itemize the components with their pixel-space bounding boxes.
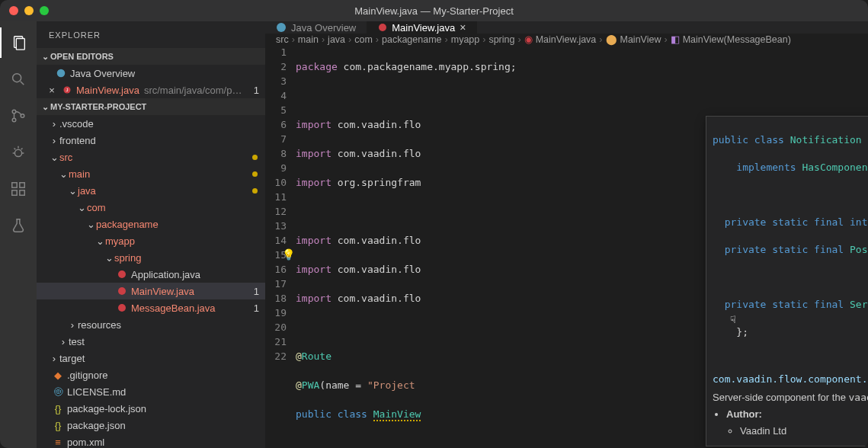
chevron-right-icon: › bbox=[49, 118, 59, 130]
svg-rect-15 bbox=[20, 190, 24, 195]
chevron-right-icon: › bbox=[49, 135, 59, 146]
line-gutter: 12345678910111213141516171819202122 bbox=[265, 45, 296, 448]
titlebar: MainView.java — My-Starter-Project bbox=[0, 0, 868, 21]
open-editors-header[interactable]: ⌄ OPEN EDITORS bbox=[37, 48, 265, 65]
open-editors-list: Java Overview × J MainView.java src/main… bbox=[37, 65, 265, 98]
chevron-down-icon: ⌄ bbox=[49, 152, 59, 163]
git-file-icon: ◆ bbox=[52, 370, 64, 381]
open-editor-label: Java Overview bbox=[70, 68, 135, 79]
svg-point-7 bbox=[14, 149, 21, 156]
svg-point-22 bbox=[118, 304, 126, 312]
tree-folder[interactable]: ›target bbox=[37, 350, 265, 366]
chevron-down-icon: ⌄ bbox=[104, 252, 114, 264]
tree-file[interactable]: ◆.gitignore bbox=[37, 366, 265, 383]
json-file-icon: {} bbox=[52, 420, 64, 431]
maximize-window-icon[interactable] bbox=[40, 6, 49, 15]
problems-badge: 1 bbox=[254, 302, 259, 314]
open-editor-item[interactable]: × J MainView.java src/main/java/com/p… 1 bbox=[37, 82, 265, 98]
open-editors-label: OPEN EDITORS bbox=[50, 52, 114, 61]
explorer-activity-icon[interactable] bbox=[0, 27, 37, 58]
tree-folder[interactable]: ⌄myapp bbox=[37, 232, 265, 249]
markdown-file-icon: 🞋 bbox=[52, 386, 64, 398]
svg-point-20 bbox=[118, 270, 126, 278]
hover-fqn: com.vaadin.flow.component.notification.N… bbox=[713, 373, 868, 386]
tree-folder[interactable]: ›test bbox=[37, 333, 265, 350]
modified-dot-icon bbox=[252, 188, 258, 194]
project-header[interactable]: ⌄ MY-STARTER-PROJECT bbox=[37, 98, 265, 115]
tab-label: Java Overview bbox=[291, 22, 356, 34]
tree-file-mainview[interactable]: MainView.java1 bbox=[37, 283, 265, 299]
scm-activity-icon[interactable] bbox=[0, 101, 37, 131]
close-window-icon[interactable] bbox=[9, 6, 18, 15]
svg-line-12 bbox=[21, 149, 23, 150]
close-icon[interactable]: × bbox=[46, 85, 58, 96]
tree-folder[interactable]: ⌄spring bbox=[37, 249, 265, 266]
close-tab-icon[interactable]: × bbox=[460, 21, 466, 34]
svg-point-21 bbox=[118, 287, 126, 295]
window-controls bbox=[9, 6, 49, 15]
tree-folder[interactable]: ›frontend bbox=[37, 132, 265, 149]
tree-folder[interactable]: ⌄main bbox=[37, 165, 265, 182]
tree-folder[interactable]: ›.vscode bbox=[37, 115, 265, 132]
xml-file-icon: ≡ bbox=[52, 437, 64, 448]
open-editor-label: MainView.java bbox=[76, 85, 139, 96]
test-activity-icon[interactable] bbox=[0, 210, 37, 241]
svg-point-24 bbox=[379, 24, 386, 31]
chevron-down-icon: ⌄ bbox=[58, 168, 69, 180]
chevron-right-icon: › bbox=[49, 353, 59, 364]
tree-folder[interactable]: ›resources bbox=[37, 316, 265, 333]
open-editor-path: src/main/java/com/p… bbox=[144, 85, 242, 96]
java-file-icon bbox=[116, 286, 128, 296]
modified-dot-icon bbox=[252, 171, 258, 177]
tree-file[interactable]: ≡pom.xml bbox=[37, 434, 265, 448]
minimize-window-icon[interactable] bbox=[24, 6, 34, 15]
hover-doc: Server-side component for the vaadin-not… bbox=[713, 391, 868, 438]
search-activity-icon[interactable] bbox=[0, 64, 37, 94]
tree-file[interactable]: MessageBean.java1 bbox=[37, 299, 265, 316]
tree-folder[interactable]: ⌄java bbox=[37, 182, 265, 199]
tree-folder-src[interactable]: ⌄src bbox=[37, 149, 265, 165]
tree-file[interactable]: {}package.json bbox=[37, 417, 265, 434]
svg-rect-13 bbox=[12, 183, 17, 187]
svg-point-23 bbox=[277, 23, 286, 32]
breadcrumb[interactable]: src› main› java› com› packagename› myapp… bbox=[265, 34, 868, 45]
tree-file[interactable]: {}package-lock.json bbox=[37, 400, 265, 417]
extensions-activity-icon[interactable] bbox=[0, 174, 37, 204]
tree-file[interactable]: Application.java bbox=[37, 266, 265, 283]
tree-file[interactable]: 🞋LICENSE.md bbox=[37, 383, 265, 400]
svg-rect-14 bbox=[12, 190, 17, 195]
debug-activity-icon[interactable] bbox=[0, 137, 37, 168]
sidebar-title: EXPLORER bbox=[37, 21, 265, 48]
chevron-down-icon: ⌄ bbox=[40, 102, 50, 112]
chevron-down-icon: ⌄ bbox=[67, 185, 78, 197]
problems-badge: 1 bbox=[254, 286, 259, 297]
modified-dot-icon bbox=[252, 155, 258, 160]
project-label: MY-STARTER-PROJECT bbox=[50, 102, 146, 111]
svg-line-11 bbox=[14, 149, 16, 150]
tab-java-overview[interactable]: Java Overview bbox=[265, 21, 367, 34]
tree-folder[interactable]: ⌄com bbox=[37, 199, 265, 216]
file-tree: ›.vscode ›frontend ⌄src ⌄main ⌄java ⌄com… bbox=[37, 115, 265, 448]
lightbulb-icon[interactable]: 💡 bbox=[282, 248, 295, 262]
svg-line-3 bbox=[21, 82, 24, 85]
java-file-icon bbox=[116, 303, 128, 312]
chevron-down-icon: ⌄ bbox=[85, 219, 96, 230]
chevron-right-icon: › bbox=[58, 336, 69, 347]
tree-folder[interactable]: ⌄packagename bbox=[37, 216, 265, 232]
java-file-icon bbox=[116, 270, 128, 279]
java-file-icon: J bbox=[61, 85, 73, 94]
svg-point-2 bbox=[13, 74, 21, 82]
svg-text:J: J bbox=[66, 88, 69, 92]
chevron-down-icon: ⌄ bbox=[94, 235, 105, 247]
json-file-icon: {} bbox=[52, 403, 64, 414]
java-file-icon bbox=[378, 23, 387, 32]
problems-badge: 1 bbox=[254, 85, 259, 96]
java-overview-icon bbox=[55, 68, 67, 78]
svg-point-4 bbox=[12, 110, 16, 114]
java-overview-icon bbox=[276, 22, 287, 33]
editor-group: Java Overview MainView.java × src› main›… bbox=[265, 21, 868, 448]
tab-mainview[interactable]: MainView.java × bbox=[367, 21, 477, 34]
window-title: MainView.java — My-Starter-Project bbox=[0, 5, 868, 17]
open-editor-item[interactable]: Java Overview bbox=[37, 65, 265, 82]
chevron-down-icon: ⌄ bbox=[40, 52, 50, 62]
